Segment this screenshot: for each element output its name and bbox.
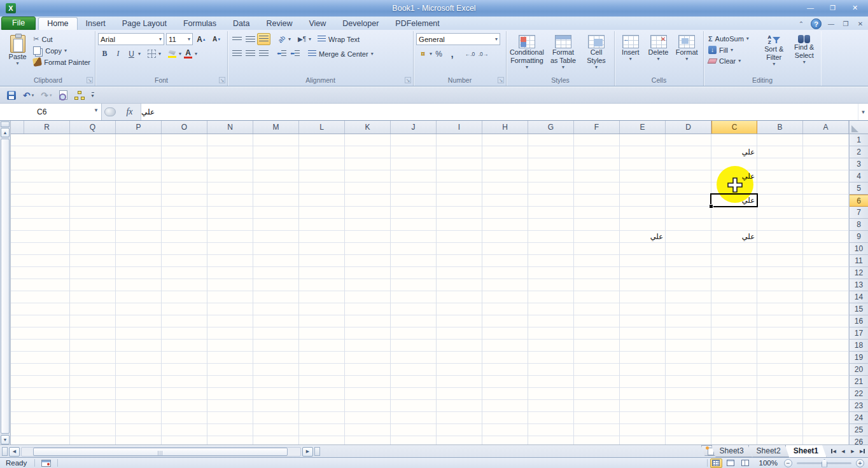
collapse-ribbon-icon[interactable]: ⌃ bbox=[796, 19, 806, 29]
increase-decimal-button[interactable]: ←.0 bbox=[463, 48, 477, 60]
tab-formulas[interactable]: Formulas bbox=[175, 18, 225, 30]
shrink-font-button[interactable]: A▼ bbox=[210, 33, 223, 45]
sheet-tab-sheet1[interactable]: Sheet1 bbox=[785, 445, 827, 458]
tab-home[interactable]: Home bbox=[38, 17, 77, 30]
undo-button[interactable]: ↶▾ bbox=[21, 90, 36, 100]
column-header-B[interactable]: B bbox=[757, 121, 803, 134]
cell-C2[interactable]: علي bbox=[711, 146, 757, 158]
previous-sheet-icon[interactable]: ◀ bbox=[839, 446, 848, 456]
format-cells-button[interactable]: Format▾ bbox=[673, 33, 701, 76]
row-header-26[interactable]: 26 bbox=[850, 436, 868, 444]
first-sheet-icon[interactable]: ◀ bbox=[829, 446, 838, 456]
row-header-8[interactable]: 8 bbox=[850, 219, 868, 231]
row-header-12[interactable]: 12 bbox=[850, 267, 868, 279]
formula-bar-input[interactable]: علي bbox=[141, 104, 858, 120]
row-header-11[interactable]: 11 bbox=[850, 255, 868, 267]
find-select-button[interactable]: Find & Select▾ bbox=[790, 33, 818, 76]
row-header-17[interactable]: 17 bbox=[850, 327, 868, 340]
middle-align-button[interactable] bbox=[244, 33, 257, 45]
row-header-13[interactable]: 13 bbox=[850, 279, 868, 291]
accounting-format-button[interactable]: ¤ bbox=[416, 48, 430, 60]
column-header-F[interactable]: F bbox=[574, 121, 620, 134]
tab-review[interactable]: Review bbox=[258, 18, 300, 30]
scroll-up-icon[interactable]: ▲ bbox=[1, 128, 10, 137]
row-header-15[interactable]: 15 bbox=[850, 303, 868, 315]
copy-button[interactable]: Copy▾ bbox=[31, 46, 92, 55]
help-icon[interactable]: ? bbox=[811, 18, 822, 29]
align-left-button[interactable] bbox=[230, 48, 244, 60]
clipboard-dialog-launcher[interactable]: ↘ bbox=[87, 77, 93, 83]
row-header-22[interactable]: 22 bbox=[850, 388, 868, 400]
row-header-2[interactable]: 2 bbox=[850, 146, 868, 158]
delete-cells-button[interactable]: Delete▾ bbox=[645, 33, 672, 76]
merge-center-button[interactable]: Merge & Center▾ bbox=[306, 50, 375, 59]
column-header-M[interactable]: M bbox=[253, 121, 299, 134]
column-header-D[interactable]: D bbox=[666, 121, 711, 134]
format-painter-button[interactable]: Format Painter bbox=[31, 57, 92, 67]
column-header-C[interactable]: C bbox=[711, 121, 757, 134]
column-header-K[interactable]: K bbox=[345, 121, 391, 134]
tab-insert[interactable]: Insert bbox=[78, 18, 114, 30]
top-align-button[interactable] bbox=[230, 33, 244, 45]
tab-view[interactable]: View bbox=[300, 18, 334, 30]
horizontal-split-box[interactable] bbox=[2, 447, 8, 456]
normal-view-button[interactable] bbox=[710, 458, 722, 468]
cut-button[interactable]: ✂Cut bbox=[31, 34, 92, 44]
clear-button[interactable]: Clear▾ bbox=[706, 57, 758, 65]
last-sheet-icon[interactable]: ▶ bbox=[858, 446, 867, 456]
font-dialog-launcher[interactable]: ↘ bbox=[219, 77, 225, 83]
paste-button[interactable]: Paste ▾ bbox=[4, 33, 31, 76]
font-color-button[interactable]: A bbox=[181, 48, 195, 60]
row-header-16[interactable]: 16 bbox=[850, 315, 868, 327]
row-header-25[interactable]: 25 bbox=[850, 424, 868, 436]
horizontal-scrollbar[interactable]: ◀ ▶ bbox=[2, 446, 320, 457]
save-button[interactable] bbox=[5, 90, 18, 101]
row-header-1[interactable]: 1 bbox=[850, 134, 868, 146]
insert-function-button[interactable]: fx bbox=[118, 104, 141, 120]
print-preview-button[interactable] bbox=[57, 89, 69, 101]
orientation-button[interactable]: ab bbox=[275, 33, 288, 45]
number-format-select[interactable]: General▾ bbox=[416, 33, 500, 45]
row-header-6[interactable]: 6 bbox=[850, 195, 868, 207]
zoom-slider-thumb[interactable] bbox=[822, 459, 827, 467]
row-header-24[interactable]: 24 bbox=[850, 412, 868, 424]
row-header-18[interactable]: 18 bbox=[850, 340, 868, 352]
name-box-dropdown-icon[interactable]: ▼ bbox=[94, 107, 99, 113]
column-header-E[interactable]: E bbox=[620, 121, 666, 134]
column-header-partial[interactable] bbox=[11, 121, 24, 134]
diagram-button[interactable] bbox=[73, 90, 87, 101]
sheet-tab-sheet3[interactable]: Sheet3 bbox=[711, 445, 752, 457]
column-header-O[interactable]: O bbox=[162, 121, 207, 134]
row-header-9[interactable]: 9 bbox=[850, 231, 868, 243]
horizontal-scroll-track[interactable] bbox=[21, 447, 301, 457]
column-header-I[interactable]: I bbox=[437, 121, 482, 134]
tab-file[interactable]: File bbox=[1, 17, 36, 30]
redo-button[interactable]: ↷▾ bbox=[39, 90, 53, 100]
column-header-J[interactable]: J bbox=[391, 121, 437, 134]
vertical-scrollbar[interactable]: ▲ ▼ bbox=[0, 121, 11, 444]
workbook-restore-button[interactable]: ❐ bbox=[841, 19, 851, 29]
formula-bar-gripper[interactable] bbox=[102, 104, 118, 120]
column-header-L[interactable]: L bbox=[299, 121, 345, 134]
column-header-Q[interactable]: Q bbox=[70, 121, 116, 134]
decrease-decimal-button[interactable]: .0→ bbox=[477, 48, 490, 60]
row-header-10[interactable]: 10 bbox=[850, 243, 868, 255]
close-button[interactable]: ✕ bbox=[846, 2, 864, 13]
page-layout-view-button[interactable] bbox=[725, 458, 737, 468]
conditional-formatting-button[interactable]: Conditional Formatting▾ bbox=[509, 33, 545, 76]
column-header-G[interactable]: G bbox=[528, 121, 574, 134]
row-header-3[interactable]: 3 bbox=[850, 158, 868, 170]
select-all-corner[interactable] bbox=[849, 121, 868, 134]
vertical-scroll-thumb[interactable] bbox=[1, 139, 10, 434]
horizontal-split-box-2[interactable] bbox=[314, 447, 320, 456]
column-header-N[interactable]: N bbox=[207, 121, 253, 134]
minimize-button[interactable]: — bbox=[801, 2, 820, 13]
zoom-level[interactable]: 100% bbox=[759, 459, 778, 467]
percent-style-button[interactable]: % bbox=[432, 48, 445, 60]
underline-button[interactable]: U bbox=[125, 48, 138, 60]
scroll-left-icon[interactable]: ◀ bbox=[9, 447, 20, 457]
tab-pdfelement[interactable]: PDFelement bbox=[387, 18, 447, 30]
bold-button[interactable]: B bbox=[98, 48, 111, 60]
align-center-button[interactable] bbox=[244, 48, 257, 60]
number-dialog-launcher[interactable]: ↘ bbox=[498, 77, 504, 83]
